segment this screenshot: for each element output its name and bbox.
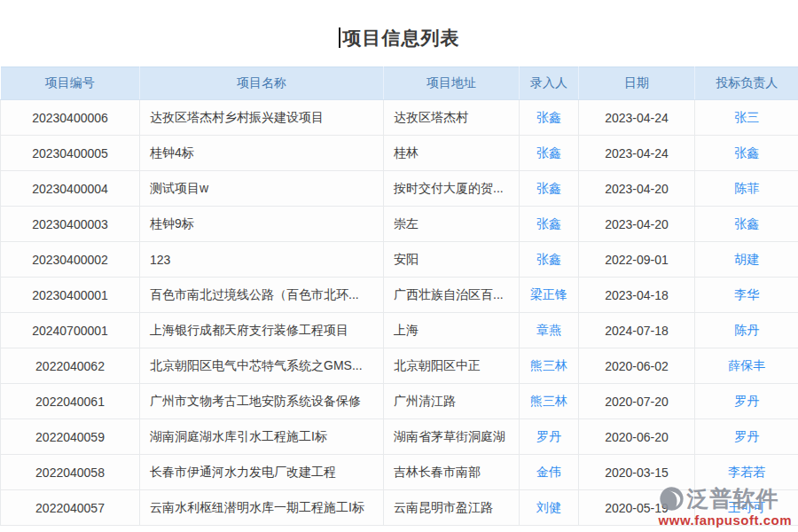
cell-date: 2023-04-20 xyxy=(579,207,695,242)
cell-address: 按时交付大厦的贺... xyxy=(384,171,520,207)
cell-name: 测试项目w xyxy=(140,171,384,207)
table-row: 20230400004测试项目w按时交付大厦的贺...张鑫2023-04-20陈… xyxy=(1,171,798,207)
cell-id: 20230400005 xyxy=(1,136,140,171)
cell-recorder: 熊三林 xyxy=(520,384,579,419)
cell-address: 云南昆明市盈江路 xyxy=(384,490,520,526)
recorder-link[interactable]: 熊三林 xyxy=(530,358,567,372)
recorder-link[interactable]: 章燕 xyxy=(536,323,561,337)
table-row: 2022040057云南水利枢纽潜明水库一期工程施工I标云南昆明市盈江路刘健20… xyxy=(1,490,798,526)
manager-link[interactable]: 李华 xyxy=(734,287,759,301)
recorder-link[interactable]: 张鑫 xyxy=(536,110,561,124)
cell-id: 2022040057 xyxy=(1,490,140,526)
manager-link[interactable]: 胡建 xyxy=(734,252,759,266)
cell-id: 2022040059 xyxy=(1,419,140,455)
cell-id: 20230400006 xyxy=(1,100,140,136)
cell-manager: 张鑫 xyxy=(695,207,798,242)
table-body: 20230400006达孜区塔杰村乡村振兴建设项目达孜区塔杰村张鑫2023-04… xyxy=(1,100,798,526)
cell-recorder: 刘健 xyxy=(520,490,579,526)
recorder-link[interactable]: 张鑫 xyxy=(536,252,561,266)
cell-recorder: 张鑫 xyxy=(520,100,579,136)
cell-date: 2020-07-20 xyxy=(579,384,695,419)
cell-name: 北京朝阳区电气中芯特气系统之GMS... xyxy=(140,348,384,384)
cell-name: 上海银行成都天府支行装修工程项目 xyxy=(140,313,384,348)
cell-id: 20230400004 xyxy=(1,171,140,207)
project-table: 项目编号 项目名称 项目地址 录入人 日期 投标负责人 20230400006达… xyxy=(0,66,798,526)
cell-date: 2020-03-15 xyxy=(579,455,695,490)
table-row: 20230400002123安阳张鑫2022-09-01胡建 xyxy=(1,242,798,278)
cell-manager: 薛保丰 xyxy=(695,348,798,384)
recorder-link[interactable]: 张鑫 xyxy=(536,181,561,195)
page-header: 项目信息列表 xyxy=(0,0,798,66)
cell-address: 吉林长春市南部 xyxy=(384,455,520,490)
cell-manager: 张鑫 xyxy=(695,136,798,171)
manager-link[interactable]: 罗丹 xyxy=(734,429,759,443)
manager-link[interactable]: 张三 xyxy=(734,110,759,124)
column-header-manager: 投标负责人 xyxy=(695,67,798,100)
cell-recorder: 金伟 xyxy=(520,455,579,490)
cell-date: 2022-09-01 xyxy=(579,242,695,278)
cell-name: 广州市文物考古工地安防系统设备保修 xyxy=(140,384,384,419)
manager-link[interactable]: 张鑫 xyxy=(734,145,759,160)
manager-link[interactable]: 陈菲 xyxy=(734,181,759,195)
cell-address: 安阳 xyxy=(384,242,520,278)
cell-address: 桂林 xyxy=(384,136,520,171)
cell-id: 2022040062 xyxy=(1,348,140,384)
cell-date: 2020-06-20 xyxy=(579,419,695,455)
cell-manager: 罗丹 xyxy=(695,419,798,455)
cell-id: 2022040058 xyxy=(1,455,140,490)
cell-date: 2023-04-24 xyxy=(579,100,695,136)
manager-link[interactable]: 罗丹 xyxy=(734,394,759,408)
recorder-link[interactable]: 梁正锋 xyxy=(530,287,567,301)
cell-id: 20240700001 xyxy=(1,313,140,348)
manager-link[interactable]: 张鑫 xyxy=(734,216,759,231)
cell-id: 20230400003 xyxy=(1,207,140,242)
table-row: 2022040058长春市伊通河水力发电厂改建工程吉林长春市南部金伟2020-0… xyxy=(1,455,798,490)
recorder-link[interactable]: 熊三林 xyxy=(530,394,567,408)
cell-manager: 陈丹 xyxy=(695,313,798,348)
table-row: 20230400005桂钟4标桂林张鑫2023-04-24张鑫 xyxy=(1,136,798,171)
recorder-link[interactable]: 张鑫 xyxy=(536,216,561,231)
column-header-id: 项目编号 xyxy=(1,67,140,100)
table-row: 20240700001上海银行成都天府支行装修工程项目上海章燕2024-07-1… xyxy=(1,313,798,348)
cell-manager: 王可可 xyxy=(695,490,798,526)
recorder-link[interactable]: 张鑫 xyxy=(536,145,561,160)
cell-date: 2020-05-19 xyxy=(579,490,695,526)
recorder-link[interactable]: 金伟 xyxy=(536,465,561,479)
cell-name: 123 xyxy=(140,242,384,278)
column-header-name: 项目名称 xyxy=(140,67,384,100)
cell-address: 广州清江路 xyxy=(384,384,520,419)
cell-date: 2023-04-20 xyxy=(579,171,695,207)
cell-name: 湖南洞庭湖水库引水工程施工I标 xyxy=(140,419,384,455)
table-row: 2022040062北京朝阳区电气中芯特气系统之GMS...北京朝阳区中正熊三林… xyxy=(1,348,798,384)
cell-id: 2022040061 xyxy=(1,384,140,419)
cell-name: 百色市南北过境线公路（百色市北环... xyxy=(140,278,384,313)
table-row: 2022040059湖南洞庭湖水库引水工程施工I标湖南省茅草街洞庭湖罗丹2020… xyxy=(1,419,798,455)
cell-name: 云南水利枢纽潜明水库一期工程施工I标 xyxy=(140,490,384,526)
cell-date: 2024-07-18 xyxy=(579,313,695,348)
manager-link[interactable]: 陈丹 xyxy=(734,323,759,337)
recorder-link[interactable]: 刘健 xyxy=(536,500,561,514)
cell-date: 2020-06-02 xyxy=(579,348,695,384)
table-row: 2022040061广州市文物考古工地安防系统设备保修广州清江路熊三林2020-… xyxy=(1,384,798,419)
cell-name: 桂钟4标 xyxy=(140,136,384,171)
manager-link[interactable]: 李若若 xyxy=(728,465,765,479)
cell-manager: 胡建 xyxy=(695,242,798,278)
page-title: 项目信息列表 xyxy=(343,26,460,51)
cell-name: 达孜区塔杰村乡村振兴建设项目 xyxy=(140,100,384,136)
table-row: 20230400006达孜区塔杰村乡村振兴建设项目达孜区塔杰村张鑫2023-04… xyxy=(1,100,798,136)
cell-address: 达孜区塔杰村 xyxy=(384,100,520,136)
cell-manager: 李若若 xyxy=(695,455,798,490)
cell-date: 2023-04-18 xyxy=(579,278,695,313)
manager-link[interactable]: 薛保丰 xyxy=(728,358,765,372)
cell-address: 湖南省茅草街洞庭湖 xyxy=(384,419,520,455)
cell-address: 崇左 xyxy=(384,207,520,242)
cell-name: 桂钟9标 xyxy=(140,207,384,242)
table-row: 20230400001百色市南北过境线公路（百色市北环...广西壮族自治区百..… xyxy=(1,278,798,313)
cell-recorder: 张鑫 xyxy=(520,207,579,242)
cell-manager: 陈菲 xyxy=(695,171,798,207)
table-row: 20230400003桂钟9标崇左张鑫2023-04-20张鑫 xyxy=(1,207,798,242)
manager-link[interactable]: 王可可 xyxy=(728,500,765,514)
recorder-link[interactable]: 罗丹 xyxy=(536,429,561,443)
column-header-address: 项目地址 xyxy=(384,67,520,100)
cell-recorder: 梁正锋 xyxy=(520,278,579,313)
